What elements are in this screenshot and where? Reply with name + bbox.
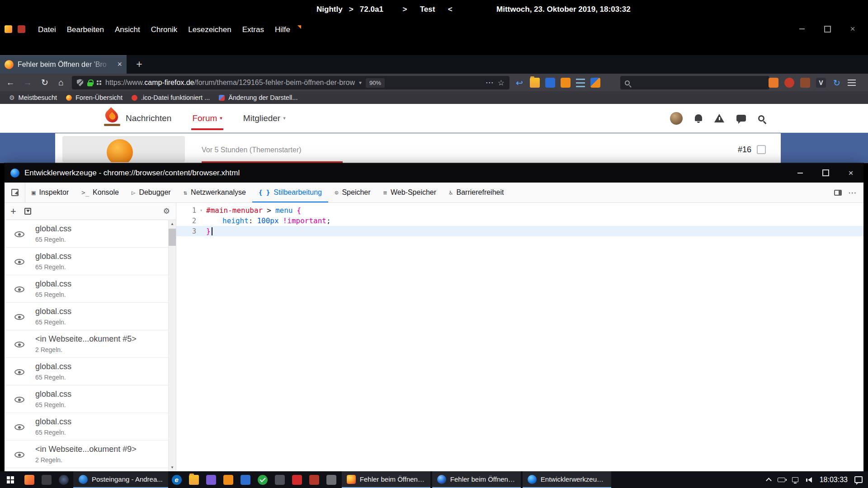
- firefox-window-button[interactable]: Fehler beim Öffnen d...: [342, 471, 430, 488]
- battery-icon[interactable]: [778, 478, 785, 482]
- tab-web-speicher[interactable]: ≡Web-Speicher: [377, 183, 443, 202]
- tab-konsole[interactable]: >_Konsole: [75, 183, 125, 202]
- visibility-eye-icon[interactable]: [14, 259, 24, 265]
- undo-arrow-addon-icon[interactable]: ↩: [514, 78, 524, 88]
- bookmark-star-icon[interactable]: ☆: [498, 78, 505, 88]
- brush-addon-icon[interactable]: [590, 78, 600, 88]
- thunderbird-window-button[interactable]: Posteingang - Andrea...: [73, 471, 168, 488]
- fold-arrow-icon[interactable]: ▾: [196, 207, 206, 213]
- tray-expand-icon[interactable]: [766, 478, 772, 483]
- nightly-window-button[interactable]: Fehler beim Öffnen d...: [432, 471, 521, 488]
- stylesheet-item[interactable]: <in Webseite...okument #9>2 Regeln.: [5, 441, 168, 468]
- visibility-eye-icon[interactable]: [14, 452, 24, 458]
- avatar[interactable]: [670, 112, 683, 125]
- menu-lesezeichen[interactable]: Lesezeichen: [183, 22, 236, 38]
- campfire-logo-icon[interactable]: [103, 107, 121, 125]
- reload-button[interactable]: ↻: [37, 75, 52, 89]
- folder-addon-icon[interactable]: [530, 78, 540, 88]
- search-input[interactable]: [634, 79, 765, 87]
- lion-addon-icon[interactable]: [784, 78, 794, 88]
- browser-tab[interactable]: Fehler beim Öffnen der 'Bro ×: [0, 55, 127, 74]
- bell-icon[interactable]: [695, 114, 702, 121]
- new-stylesheet-button[interactable]: +: [10, 206, 16, 216]
- bookmark-foren-uebersicht[interactable]: Foren-Übersicht: [61, 91, 127, 104]
- tab-debugger[interactable]: ▷Debugger: [125, 183, 177, 202]
- stylesheet-item[interactable]: global.css65 Regeln.: [5, 303, 168, 330]
- menu-chronik[interactable]: Chronik: [146, 22, 183, 38]
- volume-icon[interactable]: [805, 477, 812, 483]
- url-bar[interactable]: https://www.camp-firefox.de/forum/thema/…: [72, 76, 509, 89]
- brown-addon-icon[interactable]: [800, 78, 810, 88]
- minimize-button[interactable]: [788, 163, 813, 183]
- tab-stilbearbeitung[interactable]: { }Stilbearbeitung: [252, 183, 328, 202]
- visibility-eye-icon[interactable]: [14, 314, 24, 320]
- pinned-app-explorer[interactable]: [185, 471, 203, 488]
- stylesheet-item[interactable]: global.css65 Regeln.: [5, 248, 168, 275]
- scroll-up-icon[interactable]: ▲: [169, 220, 176, 228]
- page-actions-icon[interactable]: ⋯: [486, 78, 494, 88]
- visibility-eye-icon[interactable]: [14, 369, 24, 375]
- node-picker-button[interactable]: [5, 183, 25, 202]
- pinned-app-purple[interactable]: [203, 471, 220, 488]
- import-stylesheet-icon[interactable]: [24, 208, 31, 215]
- back-button[interactable]: ←: [3, 75, 18, 89]
- scroll-down-icon[interactable]: ▼: [169, 464, 176, 471]
- list-addon-icon[interactable]: [576, 79, 585, 87]
- forward-button[interactable]: →: [20, 75, 35, 89]
- search-icon[interactable]: [758, 115, 764, 122]
- taskbar-clock[interactable]: 18:03:33: [820, 476, 848, 484]
- menu-hilfe[interactable]: Hilfe: [269, 22, 296, 38]
- lock-icon[interactable]: [87, 82, 93, 86]
- meatball-menu-icon[interactable]: ⋯: [848, 188, 857, 198]
- pinned-app-quill[interactable]: [237, 471, 254, 488]
- visibility-eye-icon[interactable]: [14, 397, 24, 403]
- menu-datei[interactable]: Datei: [33, 22, 61, 38]
- pinned-app-red-d[interactable]: [288, 471, 306, 488]
- nav-nachrichten[interactable]: Nachrichten: [126, 113, 171, 123]
- pinned-app-gray[interactable]: [271, 471, 288, 488]
- devtools-titlebar[interactable]: Entwicklerwerkzeuge - chrome://browser/c…: [5, 163, 863, 183]
- nav-mitglieder[interactable]: Mitglieder▾: [243, 113, 286, 123]
- close-button[interactable]: ×: [840, 21, 865, 37]
- minimize-button[interactable]: [789, 21, 815, 37]
- orange-badge-addon-icon[interactable]: [769, 78, 778, 88]
- visibility-eye-icon[interactable]: [14, 231, 24, 237]
- menu-extras[interactable]: Extras: [237, 22, 269, 38]
- red-addon-icon[interactable]: [18, 25, 25, 33]
- nav-forum[interactable]: Forum▾: [192, 113, 222, 123]
- start-button[interactable]: [0, 471, 21, 488]
- page-addon-icon[interactable]: [296, 22, 307, 38]
- pinned-app-orange[interactable]: [220, 471, 237, 488]
- pinned-app-planet[interactable]: [55, 471, 72, 488]
- urlbar-dropdown-icon[interactable]: ▾: [359, 80, 362, 86]
- tab-netzwerkanalyse[interactable]: ⇅Netzwerkanalyse: [177, 183, 252, 202]
- visibility-eye-icon[interactable]: [14, 286, 24, 292]
- bookmark-aenderung[interactable]: Änderung der Darstell...: [214, 91, 302, 104]
- app-menu-icon[interactable]: [848, 80, 856, 86]
- visibility-eye-icon[interactable]: [14, 342, 24, 347]
- menu-ansicht[interactable]: Ansicht: [109, 22, 146, 38]
- home-button[interactable]: ⌂: [53, 75, 69, 89]
- maximize-button[interactable]: [815, 21, 840, 37]
- tracking-protection-shield-icon[interactable]: [77, 79, 83, 86]
- orange-square-addon-icon[interactable]: [561, 78, 571, 88]
- scrollbar[interactable]: ▲ ▼: [168, 220, 176, 471]
- zoom-level[interactable]: 90%: [366, 78, 385, 88]
- css-editor[interactable]: 1 ▾ #main-menubar > menu { 2 height : 10…: [176, 203, 863, 471]
- search-bar[interactable]: [620, 76, 769, 89]
- pinned-app-slate[interactable]: [323, 471, 340, 488]
- pinned-app-maroon[interactable]: [306, 471, 323, 488]
- maximize-button[interactable]: [813, 163, 838, 183]
- stylesheet-item[interactable]: global.css65 Regeln.: [5, 385, 168, 413]
- warning-icon[interactable]: [714, 114, 724, 122]
- stylesheet-item[interactable]: global.css65 Regeln.: [5, 220, 168, 248]
- action-center-icon[interactable]: [854, 476, 863, 483]
- stylesheet-item[interactable]: global.css65 Regeln.: [5, 275, 168, 303]
- post-image[interactable]: [62, 136, 185, 162]
- visibility-eye-icon[interactable]: [14, 424, 24, 430]
- network-icon[interactable]: [792, 477, 798, 482]
- bookmark-ico-datei[interactable]: .ico-Datei funktioniert ...: [127, 91, 214, 104]
- post-number[interactable]: #16: [738, 145, 751, 155]
- tab-close-icon[interactable]: ×: [117, 60, 122, 69]
- tab-barrierefreiheit[interactable]: ♿Barrierefreiheit: [443, 183, 510, 202]
